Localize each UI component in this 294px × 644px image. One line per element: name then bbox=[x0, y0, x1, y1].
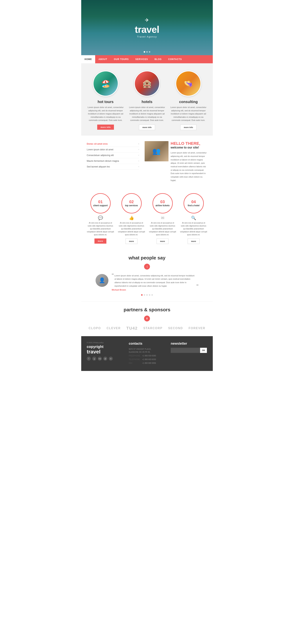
service-circle-1: 01 client support bbox=[90, 193, 111, 214]
nav-contacts[interactable]: CONTACTS bbox=[165, 55, 185, 63]
nav-blog[interactable]: BLOG bbox=[151, 55, 165, 63]
testimonial-dot-2[interactable] bbox=[144, 294, 145, 296]
list-item-text-3: Consectetuer adipiscing elit bbox=[87, 154, 114, 156]
newsletter-input[interactable] bbox=[171, 348, 200, 353]
newsletter-submit[interactable]: OK bbox=[200, 348, 207, 353]
service-icon-4: 🔍 bbox=[180, 216, 207, 220]
feature-img-hot-tours: 🏖️ bbox=[93, 71, 119, 96]
hot-tours-more-info[interactable]: more info bbox=[97, 124, 114, 130]
nav-services[interactable]: SERVICES bbox=[132, 55, 151, 63]
hero-dots bbox=[144, 51, 150, 52]
service-circle-2: 02 top services bbox=[122, 193, 142, 214]
testimonial-text: Lorem ipsum dolor sit amet, consectetur … bbox=[115, 274, 196, 288]
chevron-icon-1: › bbox=[138, 143, 139, 145]
feature-consulting: 👒 consulting Lorem ipsum dolor sit amet,… bbox=[170, 71, 207, 130]
partner-clopo: CLOPO bbox=[89, 326, 101, 330]
quote-close-icon: " bbox=[196, 285, 198, 288]
testimonials-title: what people say bbox=[87, 255, 207, 261]
newsletter-form: OK bbox=[171, 348, 207, 353]
social-linkedin[interactable]: in bbox=[109, 356, 113, 361]
feature-hot-tours: 🏖️ hot tours Lorem ipsum dolor sit amet,… bbox=[87, 71, 124, 130]
service-icon-3: ✉ bbox=[149, 216, 176, 220]
welcome-right-col: 👥 HELLO THERE, welcome to our site! Lore… bbox=[145, 141, 207, 182]
partner-forever: FOREVER bbox=[188, 326, 205, 330]
testimonial-dot-4[interactable] bbox=[149, 294, 150, 296]
service-desc-1: At vero eos et accusamus et iusto odio d… bbox=[87, 222, 114, 236]
chevron-icon-5: › bbox=[138, 166, 139, 168]
service-circle-4: 04 find a hotel bbox=[184, 193, 204, 214]
service-more-2[interactable]: more bbox=[126, 238, 138, 244]
partner-clever: CLEVER bbox=[107, 326, 121, 330]
feature-hotels: 🏨 hotels Lorem ipsum dolor sit amet, con… bbox=[129, 71, 165, 130]
service-airline-tickets: 03 airline tickets ✉ At vero eos et accu… bbox=[149, 193, 176, 244]
list-item-text-2: Lorem ipsum dolor sit amet bbox=[87, 148, 113, 151]
service-name-4: find a hotel bbox=[188, 204, 200, 207]
welcome-list-item-3[interactable]: Consectetuer adipiscing elit › bbox=[87, 152, 139, 158]
welcome-body: Lorem ipsum dolor sit amet, consectetur … bbox=[171, 151, 207, 182]
partners-logos: CLOPO CLEVER TU42 STARCORP SECOND FOREVE… bbox=[87, 326, 207, 331]
footer-copyright-label: copyright bbox=[87, 345, 123, 349]
nav-about[interactable]: ABOUT bbox=[95, 55, 111, 63]
footer-contacts-title: contacts bbox=[129, 342, 165, 346]
partner-starcorp: STARCORP bbox=[143, 326, 163, 330]
social-google-plus[interactable]: g bbox=[92, 356, 96, 361]
testimonial-dot-1[interactable] bbox=[141, 294, 143, 296]
welcome-list-col: Donec sit amet eros › Lorem ipsum dolor … bbox=[87, 141, 139, 182]
service-icon-2: 👍 bbox=[118, 216, 145, 220]
chevron-icon-2: › bbox=[138, 148, 139, 150]
welcome-list-item-4[interactable]: Mauris fermentum dictum magna › bbox=[87, 158, 139, 164]
service-desc-4: At vero eos et accusamus et iusto odio d… bbox=[180, 222, 207, 236]
testimonial-dot-3[interactable] bbox=[146, 294, 148, 296]
testimonial-body: " Lorem ipsum dolor sit amet, consectetu… bbox=[112, 274, 198, 291]
footer-address: 9670 ST VINCENT PLACE, GLASGOW, DC 45 FR… bbox=[129, 348, 165, 354]
welcome-list-item-1[interactable]: Donec sit amet eros › bbox=[87, 141, 139, 147]
testimonial-avatar: 👤 bbox=[96, 274, 108, 287]
social-email[interactable]: @ bbox=[103, 356, 107, 361]
hotels-more-info[interactable]: more info bbox=[139, 124, 155, 130]
hero-dot-2[interactable] bbox=[146, 51, 148, 52]
social-rss[interactable]: rss bbox=[98, 356, 102, 361]
partners-divider-icon: ⬆ bbox=[144, 316, 150, 322]
hero-dot-3[interactable] bbox=[149, 51, 150, 52]
service-circle-3: 03 airline tickets bbox=[152, 193, 173, 214]
hot-tours-desc: Lorem ipsum dolor sit amet, consectetur … bbox=[87, 106, 124, 122]
service-more-1[interactable]: more bbox=[94, 238, 106, 244]
service-num-2: 02 bbox=[129, 200, 134, 204]
service-desc-2: At vero eos et accusamus et iusto odio d… bbox=[118, 222, 145, 236]
hot-tours-image: 🏖️ bbox=[94, 72, 118, 96]
hotels-desc: Lorem ipsum dolor sit amet, consectetur … bbox=[129, 106, 165, 122]
footer-socials: f g rss @ in bbox=[87, 356, 123, 361]
list-item-text-5: Sed laoreet aliquam leo bbox=[87, 166, 110, 168]
footer-newsletter-title: newsletter bbox=[171, 342, 207, 346]
service-num-3: 03 bbox=[160, 200, 165, 204]
service-name-1: client support bbox=[93, 204, 108, 207]
footer-brand-name: travel bbox=[87, 349, 123, 355]
consulting-more-info[interactable]: more info bbox=[180, 124, 196, 130]
service-more-3[interactable]: more bbox=[156, 238, 168, 244]
service-num-1: 01 bbox=[98, 200, 103, 204]
service-more-4[interactable]: more bbox=[188, 238, 200, 244]
service-client-support: 01 client support 💬 At vero eos et accus… bbox=[87, 193, 114, 244]
hero-dot-1[interactable] bbox=[144, 51, 145, 52]
service-icon-1: 💬 bbox=[87, 216, 114, 220]
testimonial-dot-5[interactable] bbox=[151, 294, 153, 296]
testimonial-card: 👤 " Lorem ipsum dolor sit amet, consecte… bbox=[96, 274, 198, 291]
testimonials-divider-icon: ⟨ bbox=[144, 264, 150, 270]
nav-tours[interactable]: OUR TOURS bbox=[111, 55, 132, 63]
footer-telephone: TELEPHONE: +1 800 603 6030 bbox=[129, 358, 165, 361]
partner-tu42: TU42 bbox=[126, 326, 138, 331]
footer-fax: FAX: +1 800 889 9896 bbox=[129, 362, 165, 365]
social-facebook[interactable]: f bbox=[87, 356, 91, 361]
hero-subtitle: Travel Agency bbox=[135, 35, 159, 38]
welcome-text: HELLO THERE, welcome to our site! Lorem … bbox=[171, 141, 207, 182]
hot-tours-title: hot tours bbox=[87, 100, 124, 104]
testimonial-dots bbox=[87, 294, 207, 296]
welcome-sub: welcome to our site! bbox=[171, 146, 207, 149]
consulting-image: 👒 bbox=[176, 72, 200, 96]
welcome-list-item-2[interactable]: Lorem ipsum dolor sit amet › bbox=[87, 147, 139, 152]
service-desc-3: At vero eos et accusamus et iusto odio d… bbox=[149, 222, 176, 236]
nav-home[interactable]: HOME bbox=[81, 55, 95, 63]
welcome-list: Donec sit amet eros › Lorem ipsum dolor … bbox=[87, 141, 139, 170]
testimonial-author: Michael Brown bbox=[112, 289, 198, 291]
welcome-list-item-5[interactable]: Sed laoreet aliquam leo › bbox=[87, 164, 139, 170]
